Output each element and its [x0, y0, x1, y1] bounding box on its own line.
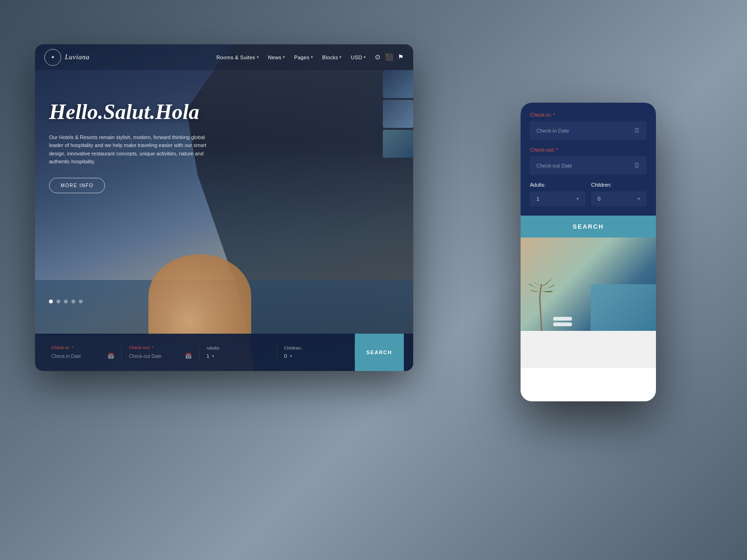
hero-content: Hello.Salut.Hola Our Hotels & Resorts re…: [49, 100, 212, 193]
logo-text: Luviana: [65, 53, 90, 61]
checkin-input-wrap[interactable]: Check-in Date 📅: [51, 353, 114, 360]
mobile-checkout-label: Check-out: *: [530, 147, 647, 153]
hero-section: ✦ Luviana Rooms & Suites ▾ News ▾ Pages …: [35, 44, 413, 371]
mobile-checkout-input[interactable]: Check-out Date 🗓: [530, 156, 647, 175]
mobile-guests-row: Adults: 1 ▾ Children: 0 ▾: [530, 182, 647, 206]
palm-tree-svg: [528, 275, 556, 331]
checkin-field: Check-in: * Check-in Date 📅: [44, 345, 122, 360]
mobile-adults-select[interactable]: 1 ▾: [530, 191, 585, 206]
adults-value: 1: [206, 353, 209, 359]
checkin-placeholder: Check-in Date: [51, 354, 81, 359]
mobile-booking-form: Check-in: * Check-in Date 🗓 Check-out: *…: [521, 103, 656, 216]
thumbnail-gallery: [383, 70, 413, 158]
camera-icon[interactable]: ⬛: [385, 53, 393, 61]
mobile-children-label: Children:: [591, 182, 647, 188]
usd-dropdown-arrow: ▾: [364, 55, 366, 59]
nav-rooms-suites[interactable]: Rooms & Suites ▾: [217, 55, 259, 60]
dot-2[interactable]: [56, 300, 60, 303]
nav-usd[interactable]: USD ▾: [351, 55, 366, 60]
blocks-dropdown-arrow: ▾: [339, 55, 341, 59]
mobile-adults-label: Adults:: [530, 182, 585, 188]
logo-area[interactable]: ✦ Luviana: [44, 49, 90, 66]
flag-icon[interactable]: ⚑: [398, 53, 404, 61]
rooms-dropdown-arrow: ▾: [257, 55, 259, 59]
mobile-checkout-calendar-icon: 🗓: [634, 162, 640, 169]
logo-icon: ✦: [44, 49, 61, 66]
children-arrow: ▾: [290, 354, 292, 358]
mobile-children-select[interactable]: 0 ▾: [591, 191, 647, 206]
mobile-white-section: [521, 331, 656, 368]
mobile-search-button[interactable]: SEARCH: [521, 216, 656, 238]
children-field: Children: 0 ▾: [277, 346, 354, 359]
mobile-mockup: Check-in: * Check-in Date 🗓 Check-out: *…: [521, 103, 656, 401]
nav-pages[interactable]: Pages ▾: [294, 55, 313, 60]
checkout-input-wrap[interactable]: Check-out Date 📅: [129, 353, 192, 360]
mobile-property-image: [521, 238, 656, 331]
checkout-calendar-icon: 📅: [185, 353, 192, 360]
checkout-label: Check-out: *: [129, 345, 192, 350]
lounge-chair-1: [553, 322, 572, 326]
slider-dots: [49, 300, 83, 303]
pool-area: [591, 284, 656, 331]
pages-dropdown-arrow: ▾: [311, 55, 313, 59]
mobile-adults-arrow: ▾: [577, 196, 579, 201]
news-dropdown-arrow: ▾: [283, 55, 285, 59]
mobile-checkin-calendar-icon: 🗓: [634, 127, 640, 134]
dot-4[interactable]: [71, 300, 75, 303]
dome-building: [148, 254, 251, 338]
adults-select[interactable]: 1 ▾: [206, 353, 269, 359]
more-info-button[interactable]: MORE INFO: [49, 178, 105, 193]
children-select[interactable]: 0 ▾: [284, 353, 347, 359]
lounge-chair-2: [553, 317, 572, 321]
children-label: Children:: [284, 346, 347, 350]
checkout-placeholder: Check-out Date: [129, 354, 161, 359]
hero-subtitle: Our Hotels & Resorts remain stylish, mod…: [49, 133, 212, 166]
desktop-mockup: ✦ Luviana Rooms & Suites ▾ News ▾ Pages …: [35, 44, 413, 371]
navigation-bar: ✦ Luviana Rooms & Suites ▾ News ▾ Pages …: [35, 44, 413, 70]
thumbnail-1: [383, 70, 413, 98]
checkin-label: Check-in: *: [51, 345, 114, 350]
nav-news[interactable]: News ▾: [268, 55, 285, 60]
nav-social-icons: ⊙ ⬛ ⚑: [375, 53, 404, 61]
thumbnail-2: [383, 100, 413, 128]
mobile-checkin-input[interactable]: Check-in Date 🗓: [530, 121, 647, 140]
nav-links: Rooms & Suites ▾ News ▾ Pages ▾ Blocks ▾…: [217, 55, 366, 60]
instagram-icon[interactable]: ⊙: [375, 53, 381, 61]
booking-bar: Check-in: * Check-in Date 📅 Check-out: *…: [35, 334, 413, 371]
checkout-required: *: [152, 345, 154, 350]
mobile-children-arrow: ▾: [638, 196, 640, 201]
hero-title: Hello.Salut.Hola: [49, 100, 212, 124]
checkin-calendar-icon: 📅: [107, 353, 114, 360]
thumbnail-3: [383, 130, 413, 158]
dot-3[interactable]: [64, 300, 68, 303]
dot-5[interactable]: [79, 300, 83, 303]
children-value: 0: [284, 353, 287, 359]
checkin-required: *: [72, 345, 74, 350]
adults-label: Adults:: [206, 346, 269, 350]
desktop-search-button[interactable]: SEARCH: [355, 334, 404, 371]
adults-arrow: ▾: [212, 354, 214, 358]
checkout-field: Check-out: * Check-out Date 📅: [122, 345, 199, 360]
mobile-checkin-label: Check-in: *: [530, 112, 647, 118]
dot-1[interactable]: [49, 300, 53, 303]
mobile-adults-field: Adults: 1 ▾: [530, 182, 585, 206]
nav-blocks[interactable]: Blocks ▾: [322, 55, 342, 60]
adults-field: Adults: 1 ▾: [199, 346, 277, 359]
mobile-children-field: Children: 0 ▾: [591, 182, 647, 206]
